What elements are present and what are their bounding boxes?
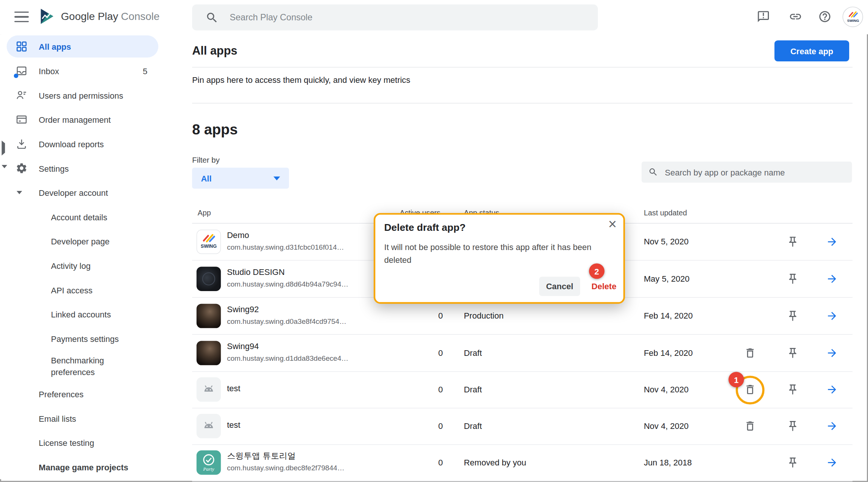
dialog-title: Delete draft app?	[384, 222, 466, 233]
sidebar-item-account-details[interactable]: Account details	[0, 205, 173, 229]
download-icon	[15, 138, 28, 150]
arrow-right-icon	[826, 236, 838, 248]
arrow-right-icon	[826, 347, 838, 359]
link-button[interactable]	[788, 10, 802, 24]
pin-hint-text: Pin apps here to access them quickly, an…	[192, 75, 410, 85]
delete-button[interactable]: Delete	[587, 277, 621, 296]
sidebar-item-inbox[interactable]: Inbox 5	[0, 59, 173, 83]
app-name: test	[227, 383, 240, 393]
open-app-button[interactable]	[823, 307, 841, 325]
last-updated-cell: Feb 14, 2020	[644, 311, 693, 320]
column-header-last-updated: Last updated	[644, 209, 687, 217]
filter-label: Filter by	[192, 156, 220, 165]
pin-icon	[787, 273, 799, 285]
app-icon	[197, 230, 221, 254]
table-row[interactable]: Swing94 com.hustay.swing.d1dda83de6ece4……	[192, 335, 853, 372]
arrow-right-icon	[826, 383, 838, 395]
sidebar-item-label: Developer page	[51, 236, 110, 246]
pin-app-button[interactable]	[784, 417, 802, 435]
page-title: All apps	[192, 44, 237, 58]
sidebar-item-label: All apps	[39, 42, 71, 51]
help-button[interactable]	[818, 10, 832, 24]
close-icon[interactable]: ×	[608, 217, 617, 231]
sidebar-item-developer-account[interactable]: Developer account	[0, 180, 173, 205]
sidebar-item-order-management[interactable]: Order management	[0, 107, 173, 132]
feedback-button[interactable]	[756, 10, 770, 24]
sidebar-item-developer-page[interactable]: Developer page	[0, 229, 173, 253]
sidebar-item-benchmarking-preferences[interactable]: Benchmarking preferences	[0, 351, 173, 382]
trash-icon	[744, 347, 756, 359]
menu-icon[interactable]	[14, 12, 29, 23]
table-row[interactable]: 스윙투앱 튜토리얼 com.hustay.swing.dbec8fe2f7984…	[192, 444, 853, 481]
global-search-input[interactable]	[230, 12, 589, 22]
sidebar: All apps Inbox 5 Users and permissions O…	[0, 34, 173, 479]
sidebar-item-linked-accounts[interactable]: Linked accounts	[0, 302, 173, 326]
table-row[interactable]: test 0 Draft Nov 4, 2020	[192, 408, 853, 445]
feedback-icon	[757, 10, 770, 23]
pin-app-button[interactable]	[784, 344, 802, 362]
arrow-right-icon	[826, 310, 838, 322]
last-updated-cell: Jun 18, 2018	[644, 458, 692, 467]
open-app-button[interactable]	[823, 454, 841, 471]
collapse-chevron-right-icon[interactable]	[2, 143, 5, 153]
active-users-cell: 0	[400, 348, 443, 357]
open-app-button[interactable]	[823, 417, 841, 435]
sidebar-item-settings[interactable]: Settings	[0, 156, 173, 180]
inbox-icon	[15, 65, 28, 77]
sidebar-item-label: API access	[51, 285, 92, 294]
avatar[interactable]	[842, 7, 863, 27]
trash-icon	[744, 420, 756, 432]
collapse-chevron-down-icon[interactable]	[2, 168, 7, 178]
filter-value: All	[201, 174, 211, 183]
app-name: Swing94	[227, 342, 259, 351]
search-icon	[205, 11, 219, 24]
sidebar-item-activity-log[interactable]: Activity log	[0, 253, 173, 278]
pin-app-button[interactable]	[784, 233, 802, 251]
app-icon	[197, 304, 221, 328]
cancel-button[interactable]: Cancel	[539, 277, 580, 296]
inbox-count-badge: 5	[143, 66, 147, 76]
open-app-button[interactable]	[823, 344, 841, 362]
sidebar-item-label: Order management	[39, 115, 111, 124]
open-app-button[interactable]	[823, 381, 841, 398]
sidebar-item-license-testing[interactable]: License testing	[0, 430, 173, 455]
delete-app-button[interactable]	[741, 344, 759, 362]
sidebar-item-email-lists[interactable]: Email lists	[0, 406, 173, 431]
app-status-cell: Draft	[464, 384, 482, 394]
pin-app-button[interactable]	[784, 454, 802, 471]
app-name: test	[227, 420, 240, 429]
annotation-step-1-badge: 1	[729, 372, 744, 387]
brand[interactable]: Google PlayConsole	[39, 7, 160, 25]
sidebar-item-manage-game-projects[interactable]: Manage game projects	[0, 455, 173, 479]
sidebar-item-download-reports[interactable]: Download reports	[0, 132, 173, 156]
pin-app-button[interactable]	[784, 307, 802, 325]
last-updated-cell: Nov 4, 2020	[644, 384, 689, 394]
delete-app-button[interactable]	[741, 417, 759, 435]
sidebar-item-payments-settings[interactable]: Payments settings	[0, 326, 173, 351]
sidebar-item-api-access[interactable]: API access	[0, 278, 173, 302]
apps-count: 8 apps	[192, 121, 238, 139]
filter-dropdown[interactable]: All	[192, 168, 289, 189]
sidebar-item-users-and-permissions[interactable]: Users and permissions	[0, 83, 173, 107]
pin-icon	[787, 420, 799, 432]
sidebar-item-all-apps[interactable]: All apps	[0, 34, 173, 59]
open-app-button[interactable]	[823, 270, 841, 288]
create-app-button[interactable]: Create app	[775, 40, 849, 61]
divider	[192, 103, 853, 103]
active-users-cell: 0	[400, 384, 443, 394]
divider	[192, 67, 853, 67]
sidebar-item-label: Users and permissions	[39, 90, 123, 100]
sidebar-item-label: Preferences	[39, 389, 84, 399]
pin-app-button[interactable]	[784, 270, 802, 288]
sidebar-item-label: Inbox	[39, 66, 59, 76]
table-search[interactable]	[642, 162, 852, 183]
table-search-input[interactable]	[665, 167, 845, 177]
global-search[interactable]	[192, 5, 598, 31]
arrow-right-icon	[826, 273, 838, 285]
app-package: com.hustay.swing.d0a3e8f4cd9754…	[227, 317, 346, 325]
open-app-button[interactable]	[823, 233, 841, 251]
brand-primary: Google Play	[61, 10, 118, 22]
sidebar-item-preferences[interactable]: Preferences	[0, 382, 173, 406]
column-header-app: App	[198, 209, 211, 217]
pin-app-button[interactable]	[784, 381, 802, 398]
